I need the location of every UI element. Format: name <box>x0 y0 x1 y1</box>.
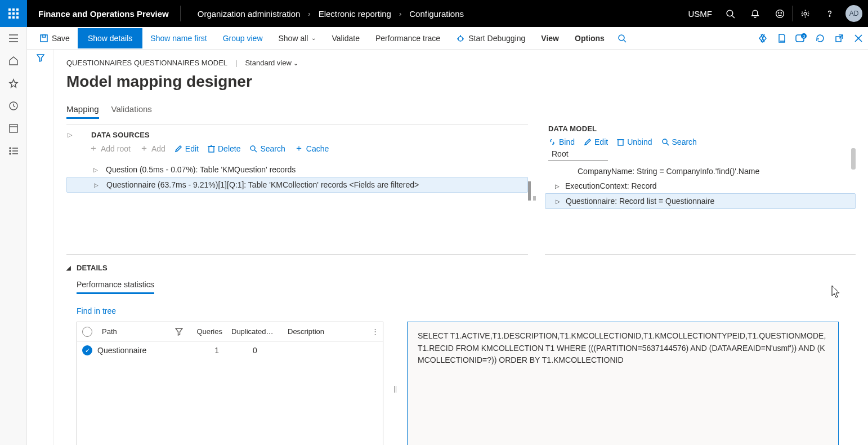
workspace-icon[interactable] <box>0 117 27 140</box>
ds-row-question[interactable]: ▷Question (0.5ms - 0.07%): Table 'KMQues… <box>66 162 528 177</box>
view-menu[interactable]: View <box>533 30 567 46</box>
row-dup: 0 <box>227 346 283 355</box>
trash-icon <box>208 145 215 153</box>
action-search-icon[interactable] <box>612 27 632 50</box>
user-avatar[interactable]: AD <box>845 5 862 22</box>
sql-text-box[interactable]: SELECT T1.ACTIVE,T1.DESCRIPTION,T1.KMCOL… <box>407 322 839 445</box>
chevron-right-icon: › <box>399 10 401 18</box>
performance-trace-button[interactable]: Performance trace <box>368 30 448 46</box>
root-node[interactable]: Root <box>548 148 608 161</box>
dm-toolbar: Bind Edit Unbind Search <box>545 137 856 146</box>
dm-row-company[interactable]: CompanyName: String = CompanyInfo.'find(… <box>545 164 856 179</box>
trash-icon <box>617 138 624 146</box>
col-description[interactable]: Description <box>283 327 367 336</box>
details-header[interactable]: ◢ DETAILS <box>66 264 856 272</box>
expand-caret-icon: ▷ <box>94 182 101 188</box>
row-path: Questionnaire <box>97 346 187 355</box>
pencil-icon <box>584 138 592 146</box>
popout-icon[interactable] <box>830 27 849 50</box>
data-model-panel: DATA MODEL Bind Edit Unbind Search Root … <box>545 124 856 243</box>
breadcrumb-config[interactable]: Configurations <box>409 9 464 19</box>
start-debugging-button[interactable]: Start Debugging <box>448 30 533 46</box>
data-model-title: DATA MODEL <box>545 124 856 133</box>
ds-row-questionnaire[interactable]: ▷Questionnaire (63.7ms - 9.21%)[1][Q:1]:… <box>66 177 528 193</box>
page-title: Model mapping designer <box>66 73 856 91</box>
app-launcher-waffle[interactable] <box>0 0 27 27</box>
show-all-dropdown[interactable]: Show all⌄ <box>271 30 324 46</box>
tab-mapping[interactable]: Mapping <box>66 104 99 119</box>
delete-button[interactable]: Delete <box>208 143 240 154</box>
close-icon[interactable] <box>849 27 868 50</box>
expand-caret-icon: ▷ <box>555 183 560 189</box>
star-icon[interactable] <box>0 72 27 95</box>
search-button[interactable]: Search <box>249 143 285 154</box>
details-title: DETAILS <box>77 264 108 272</box>
grid-menu-icon[interactable]: ⋮ <box>367 327 383 336</box>
svg-point-22 <box>10 148 11 149</box>
add-root-button[interactable]: ＋Add root <box>89 143 131 154</box>
book-icon[interactable] <box>772 27 791 50</box>
bind-button[interactable]: Bind <box>548 137 575 146</box>
scrollbar[interactable] <box>851 148 856 170</box>
funnel-icon[interactable] <box>37 54 44 62</box>
divider <box>545 254 856 255</box>
help-icon[interactable] <box>817 0 842 27</box>
row-checkbox-checked[interactable]: ✓ <box>82 345 92 355</box>
select-all-checkbox[interactable] <box>82 327 92 337</box>
attachment-badge-icon[interactable]: 0 <box>791 27 811 50</box>
left-nav-rail <box>0 27 27 445</box>
refresh-icon[interactable] <box>811 27 830 50</box>
svg-rect-6 <box>8 16 11 19</box>
app-title: Finance and Operations Preview <box>27 9 180 19</box>
hamburger-icon[interactable] <box>0 27 27 50</box>
dm-edit-button[interactable]: Edit <box>584 137 608 146</box>
svg-line-10 <box>732 15 734 17</box>
edit-button[interactable]: Edit <box>175 143 199 154</box>
svg-rect-4 <box>12 12 15 15</box>
waffle-icon <box>8 8 19 19</box>
svg-point-15 <box>829 16 830 16</box>
group-view-button[interactable]: Group view <box>215 30 271 46</box>
gear-icon[interactable] <box>793 0 817 27</box>
dm-search-button[interactable]: Search <box>661 137 697 146</box>
save-button[interactable]: Save <box>32 30 78 46</box>
validate-button[interactable]: Validate <box>324 30 368 46</box>
breadcrumb-org-admin[interactable]: Organization administration <box>198 9 301 19</box>
company-label[interactable]: USMF <box>688 9 718 19</box>
smiley-icon[interactable] <box>767 0 792 27</box>
funnel-icon[interactable] <box>175 328 183 336</box>
col-queries[interactable]: Queries <box>187 327 227 336</box>
recent-icon[interactable] <box>0 95 27 117</box>
bell-icon[interactable] <box>742 0 767 27</box>
add-button[interactable]: ＋Add <box>140 143 165 154</box>
options-menu[interactable]: Options <box>567 30 612 46</box>
find-in-tree-link[interactable]: Find in tree <box>77 306 116 315</box>
diamond-icon[interactable] <box>753 27 772 50</box>
home-icon[interactable] <box>0 50 27 72</box>
data-sources-panel: ▷ DATA SOURCES ＋Add root ＋Add Edit Delet… <box>66 124 528 243</box>
dm-row-exec[interactable]: ▷ExecutionContext: Record <box>545 179 856 193</box>
grid-row[interactable]: ✓ Questionnaire 1 0 <box>77 341 383 359</box>
svg-line-35 <box>624 40 626 42</box>
tab-validations[interactable]: Validations <box>111 104 152 119</box>
collapse-caret-icon: ◢ <box>66 265 71 271</box>
col-duplicated[interactable]: Duplicated… <box>227 327 283 336</box>
dm-row-questionnaire[interactable]: ▷Questionnaire: Record list = Questionna… <box>545 193 856 209</box>
modules-icon[interactable] <box>0 140 27 162</box>
ds-tree: ▷Question (0.5ms - 0.07%): Table 'KMQues… <box>66 162 528 193</box>
search-icon <box>661 138 669 146</box>
search-icon[interactable] <box>718 0 742 27</box>
splitter-handle[interactable]: || <box>392 322 398 445</box>
cache-button[interactable]: ＋Cache <box>294 143 329 154</box>
svg-point-13 <box>781 12 781 13</box>
show-details-button[interactable]: Show details <box>78 28 142 48</box>
unbind-button[interactable]: Unbind <box>617 137 652 146</box>
col-path[interactable]: Path <box>97 327 187 336</box>
svg-line-46 <box>254 150 257 152</box>
show-name-first-button[interactable]: Show name first <box>142 30 214 46</box>
tab-perf-stats[interactable]: Performance statistics <box>77 280 154 294</box>
search-icon <box>249 145 257 153</box>
collapse-caret-icon[interactable]: ▷ <box>68 131 72 139</box>
view-switcher[interactable]: Standard view ⌄ <box>245 59 298 67</box>
breadcrumb-er[interactable]: Electronic reporting <box>319 9 391 19</box>
